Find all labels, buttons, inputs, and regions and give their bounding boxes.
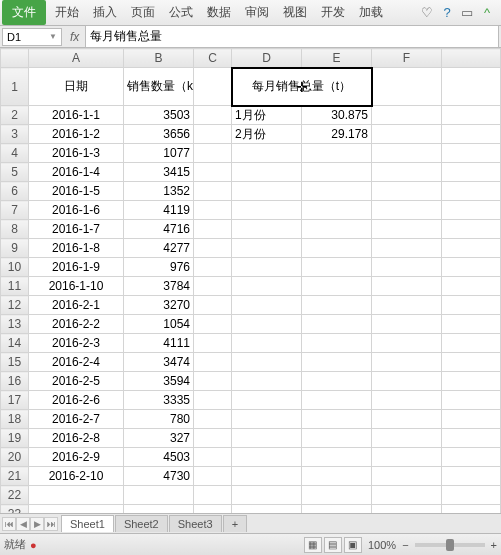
cell[interactable] <box>194 296 232 315</box>
cell[interactable]: 4503 <box>124 448 194 467</box>
row-header[interactable]: 13 <box>1 315 29 334</box>
row-header[interactable]: 20 <box>1 448 29 467</box>
cell[interactable] <box>372 315 442 334</box>
cell[interactable] <box>232 182 302 201</box>
cell[interactable]: 1054 <box>124 315 194 334</box>
row-header[interactable]: 14 <box>1 334 29 353</box>
cell[interactable] <box>372 448 442 467</box>
cell[interactable]: 2016-2-9 <box>29 448 124 467</box>
row-header[interactable]: 11 <box>1 277 29 296</box>
cell[interactable]: 1352 <box>124 182 194 201</box>
cell[interactable] <box>372 410 442 429</box>
col-header-blank[interactable] <box>442 49 501 68</box>
menu-addon[interactable]: 加载 <box>352 0 390 25</box>
cell[interactable] <box>442 296 501 315</box>
cell[interactable]: 3503 <box>124 106 194 125</box>
cell[interactable] <box>194 277 232 296</box>
cell[interactable]: 976 <box>124 258 194 277</box>
cell[interactable]: 4277 <box>124 239 194 258</box>
cell[interactable]: 780 <box>124 410 194 429</box>
row-header[interactable]: 16 <box>1 372 29 391</box>
sheet-tab-3[interactable]: Sheet3 <box>169 515 222 532</box>
menu-view[interactable]: 视图 <box>276 0 314 25</box>
cell[interactable] <box>442 334 501 353</box>
view-layout-icon[interactable]: ▤ <box>324 537 342 553</box>
cell[interactable]: 29.178 <box>302 125 372 144</box>
sheet-tab-2[interactable]: Sheet2 <box>115 515 168 532</box>
cell-b1[interactable]: 销售数量（kg） <box>124 68 194 106</box>
cell[interactable] <box>29 486 124 505</box>
cell[interactable]: 3415 <box>124 163 194 182</box>
cell[interactable]: 4730 <box>124 467 194 486</box>
cell[interactable] <box>232 429 302 448</box>
row-header[interactable]: 21 <box>1 467 29 486</box>
cell[interactable] <box>302 448 372 467</box>
select-all-corner[interactable] <box>1 49 29 68</box>
cell[interactable] <box>302 239 372 258</box>
cell[interactable] <box>442 315 501 334</box>
cell[interactable]: 3335 <box>124 391 194 410</box>
row-header[interactable]: 5 <box>1 163 29 182</box>
col-header-a[interactable]: A <box>29 49 124 68</box>
menu-insert[interactable]: 插入 <box>86 0 124 25</box>
cell[interactable] <box>442 182 501 201</box>
cell[interactable] <box>302 505 372 514</box>
cell[interactable] <box>302 258 372 277</box>
cell[interactable] <box>442 163 501 182</box>
cell[interactable] <box>194 182 232 201</box>
row-header[interactable]: 2 <box>1 106 29 125</box>
row-header[interactable]: 23 <box>1 505 29 514</box>
cell[interactable] <box>194 467 232 486</box>
view-normal-icon[interactable]: ▦ <box>304 537 322 553</box>
cell[interactable] <box>194 505 232 514</box>
cell[interactable]: 4111 <box>124 334 194 353</box>
cell[interactable] <box>232 315 302 334</box>
row-header[interactable]: 10 <box>1 258 29 277</box>
cell[interactable] <box>302 182 372 201</box>
formula-input[interactable]: 每月销售总量 <box>85 25 499 48</box>
cell[interactable] <box>194 410 232 429</box>
cell[interactable] <box>194 163 232 182</box>
cell[interactable] <box>372 125 442 144</box>
cell[interactable] <box>194 201 232 220</box>
tab-prev-icon[interactable]: ◀ <box>16 517 30 531</box>
cell[interactable] <box>194 239 232 258</box>
cell[interactable] <box>302 429 372 448</box>
cell[interactable]: 3594 <box>124 372 194 391</box>
cell[interactable] <box>372 353 442 372</box>
cell[interactable] <box>372 144 442 163</box>
row-header[interactable]: 9 <box>1 239 29 258</box>
cell[interactable] <box>232 353 302 372</box>
cell[interactable] <box>194 125 232 144</box>
row-header[interactable]: 6 <box>1 182 29 201</box>
cell-d1-e1-merged[interactable]: 每月销售总量（t）✛ <box>232 68 372 106</box>
cell[interactable] <box>302 467 372 486</box>
cell-f1[interactable] <box>372 68 442 106</box>
cell[interactable] <box>194 258 232 277</box>
tab-first-icon[interactable]: ⏮ <box>2 517 16 531</box>
chevron-down-icon[interactable]: ▼ <box>49 32 57 41</box>
cell[interactable]: 2016-2-8 <box>29 429 124 448</box>
cell[interactable]: 1月份 <box>232 106 302 125</box>
cell[interactable]: 2016-2-4 <box>29 353 124 372</box>
cell[interactable] <box>232 448 302 467</box>
cell[interactable] <box>442 467 501 486</box>
cell[interactable] <box>302 296 372 315</box>
cell[interactable] <box>372 486 442 505</box>
cell[interactable] <box>302 277 372 296</box>
cell[interactable] <box>372 239 442 258</box>
cell[interactable] <box>442 429 501 448</box>
cell[interactable] <box>442 448 501 467</box>
cell[interactable]: 1077 <box>124 144 194 163</box>
minimize-icon[interactable]: ▭ <box>459 5 475 21</box>
cell[interactable]: 2016-1-5 <box>29 182 124 201</box>
cell[interactable] <box>302 315 372 334</box>
cell[interactable] <box>442 106 501 125</box>
cell[interactable]: 2016-1-9 <box>29 258 124 277</box>
record-icon[interactable]: ● <box>30 539 37 551</box>
zoom-out-icon[interactable]: − <box>402 539 408 551</box>
cell[interactable] <box>194 334 232 353</box>
row-header[interactable]: 3 <box>1 125 29 144</box>
cell[interactable]: 3784 <box>124 277 194 296</box>
cell[interactable] <box>232 239 302 258</box>
